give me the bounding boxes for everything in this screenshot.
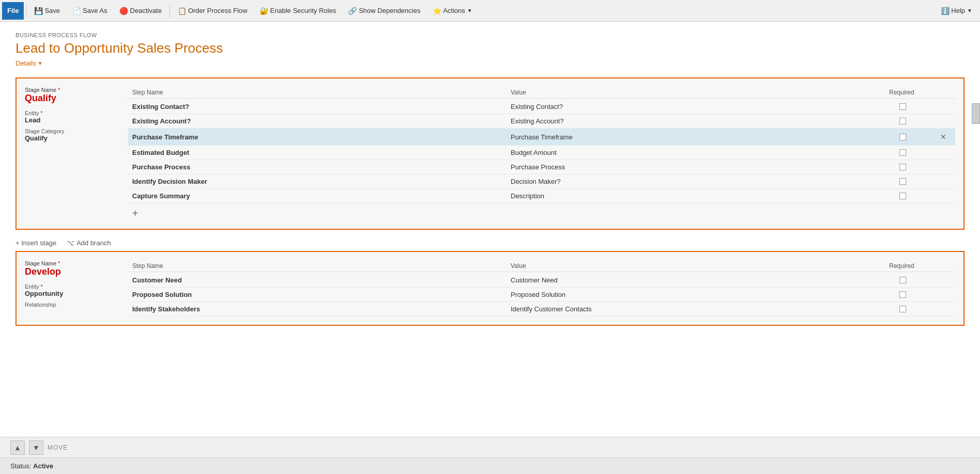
move-down-button[interactable]: ▼ xyxy=(29,440,43,455)
save-as-icon: 📄 xyxy=(72,7,81,15)
stage1-steps: Step Name Value Required Existing Contac… xyxy=(128,87,955,220)
step-required-checkbox[interactable] xyxy=(889,118,936,124)
separator-2 xyxy=(169,4,170,18)
details-link[interactable]: Details ▼ xyxy=(15,59,43,67)
step-required-checkbox[interactable] xyxy=(889,277,936,283)
move-up-icon: ▲ xyxy=(14,444,21,452)
step-value: Decision Maker? xyxy=(511,178,889,185)
step-name: Existing Account? xyxy=(132,117,511,125)
checkbox-icon[interactable] xyxy=(899,306,906,312)
step-required-checkbox[interactable] xyxy=(889,164,936,170)
step-name: Identify Stakeholders xyxy=(132,305,511,313)
right-scrollbar[interactable] xyxy=(972,103,980,124)
move-label: MOVE xyxy=(48,444,68,451)
stage2-card: Stage Name * Develop Entity * Opportunit… xyxy=(15,251,965,326)
stage2-entity-value: Opportunity xyxy=(25,290,118,297)
checkbox-icon[interactable] xyxy=(899,291,906,298)
stage1-category-label: Stage Category xyxy=(25,128,118,134)
step-required-checkbox[interactable] xyxy=(889,291,936,298)
stage1-col-step-name: Step Name xyxy=(132,89,511,96)
help-chevron-icon: ▼ xyxy=(967,8,972,13)
order-process-icon: 📋 xyxy=(178,7,186,15)
step-value: Purchase Process xyxy=(511,163,889,171)
stage1-col-actions xyxy=(936,89,951,96)
stage1-steps-header: Step Name Value Required xyxy=(128,87,955,99)
step-name: Identify Decision Maker xyxy=(132,178,511,185)
table-row: Identify Decision Maker Decision Maker? xyxy=(128,175,955,189)
page-title: Lead to Opportunity Sales Process xyxy=(15,40,965,56)
step-name: Estimated Budget xyxy=(132,149,511,156)
add-step-button[interactable]: + xyxy=(128,207,143,220)
save-icon: 💾 xyxy=(34,7,42,15)
checkbox-icon[interactable] xyxy=(899,178,906,185)
help-icon: ℹ️ xyxy=(941,7,949,15)
actions-button[interactable]: ⭐ Actions ▼ xyxy=(427,2,478,20)
actions-icon: ⭐ xyxy=(433,7,441,15)
details-chevron-icon: ▼ xyxy=(38,60,43,66)
step-action-cell[interactable]: ✕ xyxy=(936,132,951,142)
checkbox-icon[interactable] xyxy=(899,149,906,156)
step-required-checkbox[interactable] xyxy=(889,134,936,140)
toolbar: File 💾 Save 📄 Save As 🔴 Deactivate 📋 Ord… xyxy=(0,0,980,22)
breadcrumb: BUSINESS PROCESS FLOW xyxy=(15,32,965,38)
step-required-checkbox[interactable] xyxy=(889,193,936,199)
step-required-checkbox[interactable] xyxy=(889,103,936,110)
table-row: Purchase Process Purchase Process xyxy=(128,160,955,175)
stage1-entity-label: Entity * xyxy=(25,110,118,116)
stage1-entity-value: Lead xyxy=(25,116,118,124)
step-value: Purchase Timeframe xyxy=(511,133,889,141)
bottom-bar: ▲ ▼ MOVE xyxy=(0,437,980,457)
add-branch-icon: ⌥ xyxy=(67,239,74,247)
help-button[interactable]: ℹ️ Help ▼ xyxy=(935,2,978,20)
main-content: BUSINESS PROCESS FLOW Lead to Opportunit… xyxy=(0,22,980,437)
step-name: Existing Contact? xyxy=(132,103,511,110)
stage1-name-label: Stage Name * xyxy=(25,87,118,93)
save-button[interactable]: 💾 Save xyxy=(28,2,66,20)
separator-1 xyxy=(26,4,26,18)
stage2-entity-label: Entity * xyxy=(25,283,118,290)
stage2-entity-required: * xyxy=(41,283,43,290)
move-up-button[interactable]: ▲ xyxy=(10,440,25,455)
step-required-checkbox[interactable] xyxy=(889,306,936,312)
stage1-name-required: * xyxy=(58,87,60,93)
checkbox-icon[interactable] xyxy=(899,193,906,199)
stage1-col-value: Value xyxy=(511,89,889,96)
checkbox-icon[interactable] xyxy=(899,134,906,140)
step-value: Existing Contact? xyxy=(511,103,889,110)
file-button[interactable]: File xyxy=(2,2,24,20)
actions-chevron-icon: ▼ xyxy=(467,8,472,13)
show-dependencies-button[interactable]: 🔗 Show Dependencies xyxy=(343,2,426,20)
enable-security-roles-button[interactable]: 🔐 Enable Security Roles xyxy=(254,2,342,20)
checkbox-icon[interactable] xyxy=(899,103,906,110)
delete-step-button[interactable]: ✕ xyxy=(938,132,949,142)
checkbox-icon[interactable] xyxy=(899,118,906,124)
order-process-flow-button[interactable]: 📋 Order Process Flow xyxy=(172,2,253,20)
step-required-checkbox[interactable] xyxy=(889,149,936,156)
stage1-col-required: Required xyxy=(889,89,936,96)
step-value: Identify Customer Contacts xyxy=(511,305,889,313)
table-row: Estimated Budget Budget Amount xyxy=(128,146,955,160)
stage-actions: + Insert stage ⌥ Add branch xyxy=(15,235,965,251)
step-name: Purchase Process xyxy=(132,163,511,171)
checkbox-icon[interactable] xyxy=(899,277,906,283)
add-branch-link[interactable]: ⌥ Add branch xyxy=(67,239,111,247)
save-as-button[interactable]: 📄 Save As xyxy=(67,2,113,20)
deactivate-button[interactable]: 🔴 Deactivate xyxy=(114,2,167,20)
step-name: Customer Need xyxy=(132,276,511,284)
stage1-name-value: Qualify xyxy=(25,93,118,104)
move-down-icon: ▼ xyxy=(33,444,40,452)
stage2-col-required: Required xyxy=(889,262,936,270)
stage1-card: Stage Name * Qualify Entity * Lead Stage… xyxy=(15,77,965,230)
insert-stage-link[interactable]: + Insert stage xyxy=(15,239,56,247)
table-row: Customer Need Customer Need xyxy=(128,273,955,288)
table-row: Proposed Solution Proposed Solution xyxy=(128,288,955,302)
status-value: Active xyxy=(33,462,53,470)
insert-stage-label: + Insert stage xyxy=(15,239,56,247)
stage2-name-value: Develop xyxy=(25,266,118,277)
step-required-checkbox[interactable] xyxy=(889,178,936,185)
step-name: Proposed Solution xyxy=(132,291,511,298)
step-value: Budget Amount xyxy=(511,149,889,156)
stage1-entity-required: * xyxy=(41,110,43,116)
stage2-relationship-label: Relationship xyxy=(25,302,118,308)
checkbox-icon[interactable] xyxy=(899,164,906,170)
